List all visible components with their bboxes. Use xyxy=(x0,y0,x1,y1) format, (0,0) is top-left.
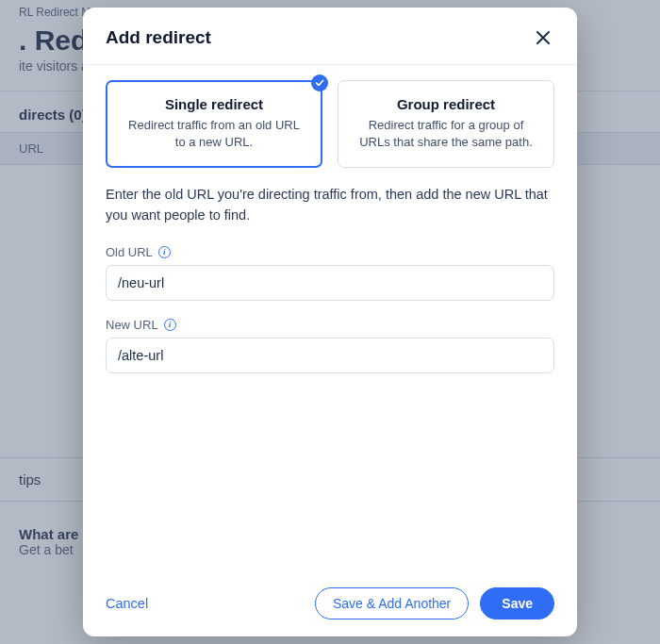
option-group-desc: Redirect traffic for a group of URLs tha… xyxy=(355,117,536,150)
new-url-input[interactable] xyxy=(106,338,554,373)
new-url-field: New URL i xyxy=(106,318,554,373)
option-single-redirect[interactable]: Single redirect Redirect traffic from an… xyxy=(106,80,322,168)
close-icon xyxy=(536,34,551,48)
option-single-title: Single redirect xyxy=(124,96,305,112)
old-url-label: Old URL xyxy=(106,245,153,259)
modal-title: Add redirect xyxy=(106,27,211,48)
close-button[interactable] xyxy=(532,26,554,49)
instructions-text: Enter the old URL you're directing traff… xyxy=(106,185,554,226)
old-url-input[interactable] xyxy=(106,265,554,301)
old-url-field: Old URL i xyxy=(106,245,554,301)
info-icon[interactable]: i xyxy=(164,319,176,331)
redirect-type-options: Single redirect Redirect traffic from an… xyxy=(106,80,554,168)
save-button[interactable]: Save xyxy=(480,587,554,619)
add-redirect-modal: Add redirect Single redirect Redirect tr… xyxy=(83,8,577,636)
save-add-another-button[interactable]: Save & Add Another xyxy=(315,587,469,619)
cancel-button[interactable]: Cancel xyxy=(106,590,148,617)
option-group-redirect[interactable]: Group redirect Redirect traffic for a gr… xyxy=(338,80,554,168)
modal-body: Single redirect Redirect traffic from an… xyxy=(83,65,577,574)
option-group-title: Group redirect xyxy=(355,96,536,112)
modal-footer: Cancel Save & Add Another Save xyxy=(83,574,577,636)
selected-check-icon xyxy=(311,74,328,91)
info-icon[interactable]: i xyxy=(158,246,171,258)
new-url-label: New URL xyxy=(106,318,158,332)
modal-header: Add redirect xyxy=(83,8,577,65)
option-single-desc: Redirect traffic from an old URL to a ne… xyxy=(124,117,305,150)
